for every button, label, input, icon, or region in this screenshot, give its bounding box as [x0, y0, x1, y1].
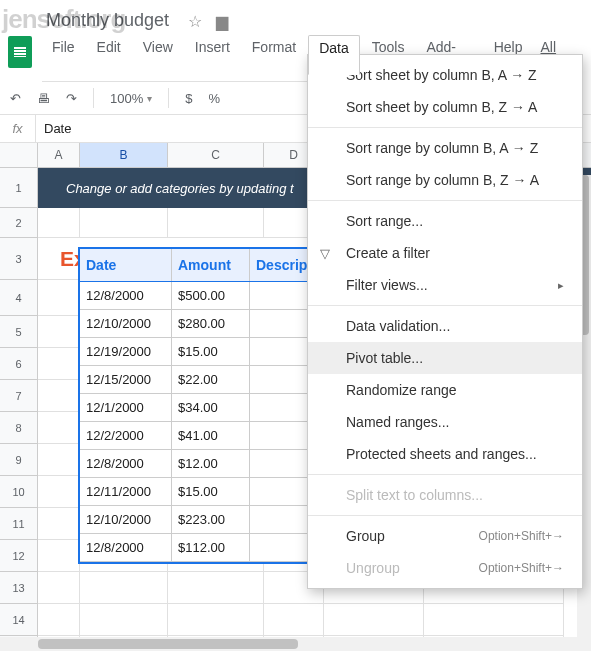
cell[interactable]: [264, 604, 324, 636]
cell-amount[interactable]: $15.00: [172, 338, 250, 365]
cell[interactable]: [38, 604, 80, 636]
menu-format[interactable]: Format: [242, 35, 306, 75]
th-date[interactable]: Date: [80, 249, 172, 281]
row-header[interactable]: 5: [0, 316, 38, 348]
cell[interactable]: [38, 476, 80, 508]
row-header[interactable]: 7: [0, 380, 38, 412]
cell-desc[interactable]: [250, 450, 312, 477]
table-row[interactable]: 12/15/2000$22.00: [80, 366, 312, 394]
row-header[interactable]: 1: [0, 168, 38, 208]
cell[interactable]: [80, 572, 168, 604]
dd-data-validation[interactable]: Data validation...: [308, 310, 582, 342]
dd-randomize[interactable]: Randomize range: [308, 374, 582, 406]
table-row[interactable]: 12/8/2000$500.00: [80, 282, 312, 310]
row-header[interactable]: 8: [0, 412, 38, 444]
row-header[interactable]: 3: [0, 238, 38, 280]
col-header-c[interactable]: C: [168, 143, 264, 167]
row-header[interactable]: 2: [0, 208, 38, 238]
cell-amount[interactable]: $223.00: [172, 506, 250, 533]
print-icon[interactable]: 🖶: [37, 91, 50, 106]
table-row[interactable]: 12/2/2000$41.00: [80, 422, 312, 450]
cell-desc[interactable]: [250, 506, 312, 533]
cell[interactable]: [168, 572, 264, 604]
table-row[interactable]: 12/11/2000$15.00: [80, 478, 312, 506]
row-header[interactable]: 10: [0, 476, 38, 508]
cell[interactable]: [80, 604, 168, 636]
row-header[interactable]: 12: [0, 540, 38, 572]
fx-input[interactable]: Date: [36, 115, 79, 142]
cell-desc[interactable]: [250, 366, 312, 393]
cell-desc[interactable]: [250, 478, 312, 505]
cell[interactable]: [38, 348, 80, 380]
cell-amount[interactable]: $41.00: [172, 422, 250, 449]
cell[interactable]: [168, 208, 264, 238]
cell[interactable]: [168, 604, 264, 636]
cell[interactable]: [38, 208, 80, 238]
row-header[interactable]: 11: [0, 508, 38, 540]
dd-pivot-table[interactable]: Pivot table...: [308, 342, 582, 374]
cell[interactable]: [38, 572, 80, 604]
table-row[interactable]: 12/19/2000$15.00: [80, 338, 312, 366]
th-desc[interactable]: Descrip: [250, 249, 312, 281]
cell[interactable]: [38, 316, 80, 348]
menu-view[interactable]: View: [133, 35, 183, 75]
cell-date[interactable]: 12/8/2000: [80, 282, 172, 309]
cell[interactable]: [38, 412, 80, 444]
cell-date[interactable]: 12/8/2000: [80, 450, 172, 477]
select-all-corner[interactable]: [0, 143, 38, 167]
cell[interactable]: [38, 280, 80, 316]
dd-create-filter[interactable]: ▽Create a filter: [308, 237, 582, 269]
scrollbar-thumb[interactable]: [38, 639, 298, 649]
cell-date[interactable]: 12/2/2000: [80, 422, 172, 449]
col-header-a[interactable]: A: [38, 143, 80, 167]
document-title[interactable]: Monthly budget: [42, 8, 173, 33]
cell-amount[interactable]: $22.00: [172, 366, 250, 393]
cell-date[interactable]: 12/8/2000: [80, 534, 172, 561]
cell-amount[interactable]: $34.00: [172, 394, 250, 421]
cell[interactable]: [80, 208, 168, 238]
cell-date[interactable]: 12/1/2000: [80, 394, 172, 421]
cell[interactable]: [38, 380, 80, 412]
cell-date[interactable]: 12/11/2000: [80, 478, 172, 505]
cell-date[interactable]: 12/10/2000: [80, 506, 172, 533]
sheets-logo-icon[interactable]: [8, 36, 32, 68]
cell[interactable]: [38, 540, 80, 572]
row-header[interactable]: 6: [0, 348, 38, 380]
horizontal-scrollbar[interactable]: [0, 637, 577, 651]
table-row[interactable]: 12/10/2000$280.00: [80, 310, 312, 338]
cell[interactable]: [38, 508, 80, 540]
cell-desc[interactable]: [250, 310, 312, 337]
table-row[interactable]: 12/8/2000$12.00: [80, 450, 312, 478]
cell-amount[interactable]: $12.00: [172, 450, 250, 477]
menu-file[interactable]: File: [42, 35, 85, 75]
row-header[interactable]: 4: [0, 280, 38, 316]
cell-date[interactable]: 12/15/2000: [80, 366, 172, 393]
expenses-table[interactable]: Date Amount Descrip 12/8/2000$500.0012/1…: [78, 247, 314, 564]
cell-date[interactable]: 12/10/2000: [80, 310, 172, 337]
cell-amount[interactable]: $500.00: [172, 282, 250, 309]
dd-sort-range-az[interactable]: Sort range by column B, A → Z: [308, 132, 582, 164]
cell-amount[interactable]: $280.00: [172, 310, 250, 337]
star-icon[interactable]: ☆: [188, 12, 202, 31]
cell[interactable]: [424, 604, 564, 636]
folder-icon[interactable]: ▆: [216, 12, 228, 31]
row-header[interactable]: 9: [0, 444, 38, 476]
percent-button[interactable]: %: [208, 91, 220, 106]
cell-amount[interactable]: $15.00: [172, 478, 250, 505]
table-row[interactable]: 12/1/2000$34.00: [80, 394, 312, 422]
menu-data[interactable]: Data: [308, 35, 360, 75]
cell[interactable]: [324, 604, 424, 636]
row-header[interactable]: 13: [0, 572, 38, 604]
cell-amount[interactable]: $112.00: [172, 534, 250, 561]
cell-date[interactable]: 12/19/2000: [80, 338, 172, 365]
undo-icon[interactable]: ↶: [10, 91, 21, 106]
dd-group[interactable]: GroupOption+Shift+→: [308, 520, 582, 552]
dd-filter-views[interactable]: Filter views...▸: [308, 269, 582, 301]
dd-sort-sheet-za[interactable]: Sort sheet by column B, Z → A: [308, 91, 582, 123]
dd-named-ranges[interactable]: Named ranges...: [308, 406, 582, 438]
cell-desc[interactable]: [250, 338, 312, 365]
cell-desc[interactable]: [250, 534, 312, 561]
cell[interactable]: [38, 444, 80, 476]
cell-desc[interactable]: [250, 282, 312, 309]
cell-desc[interactable]: [250, 394, 312, 421]
